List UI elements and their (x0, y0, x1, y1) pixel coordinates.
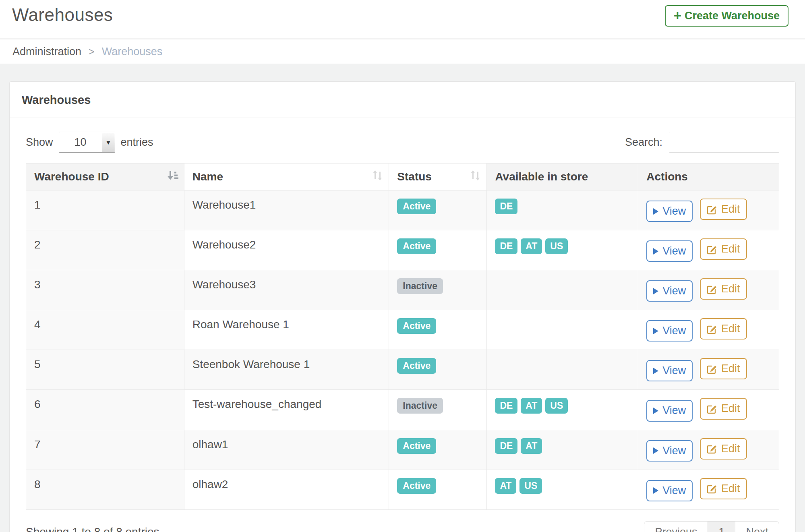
edit-button[interactable]: Edit (700, 398, 747, 419)
view-button-label: View (662, 404, 686, 418)
view-caret-icon (653, 328, 658, 334)
edit-button[interactable]: Edit (700, 318, 747, 339)
view-caret-icon (653, 208, 658, 215)
view-button[interactable]: View (646, 400, 693, 421)
cell-available-in-store: DEATUS (487, 230, 638, 270)
column-header-label: Name (192, 170, 223, 183)
cell-available-in-store (487, 350, 638, 390)
pagination-previous-button[interactable]: Previous (644, 521, 708, 532)
cell-name: Warehouse3 (184, 270, 389, 310)
search-control: Search: (625, 132, 779, 153)
cell-warehouse-id: 7 (26, 430, 184, 470)
breadcrumb-item-warehouses[interactable]: Warehouses (102, 46, 163, 58)
column-header-label: Status (397, 170, 432, 183)
table-row: 8 olhaw2 Active ATUS View Edit (26, 470, 779, 509)
view-button-label: View (662, 484, 686, 498)
view-button[interactable]: View (646, 480, 693, 501)
view-button[interactable]: View (646, 201, 693, 222)
page-length-control: Show 10 ▼ entries (26, 132, 153, 153)
column-header-label: Available in store (495, 170, 588, 183)
store-badge: DE (495, 199, 517, 214)
create-warehouse-button[interactable]: + Create Warehouse (665, 5, 788, 27)
cell-name: Steenbok Warehouse 1 (184, 350, 389, 390)
cell-actions: View Edit (638, 430, 779, 470)
edit-button[interactable]: Edit (700, 199, 747, 220)
view-caret-icon (653, 288, 658, 294)
column-header-status[interactable]: Status (389, 164, 487, 190)
view-caret-icon (653, 248, 658, 255)
view-button[interactable]: View (646, 280, 693, 302)
cell-actions: View Edit (638, 230, 779, 270)
create-warehouse-label: Create Warehouse (685, 10, 780, 22)
edit-pencil-square-icon (707, 364, 717, 374)
table-header-row: Warehouse ID Name (26, 164, 779, 190)
panel-heading: Warehouses (10, 82, 795, 118)
edit-button-label: Edit (721, 402, 740, 416)
table-row: 5 Steenbok Warehouse 1 Active View Edit (26, 350, 779, 390)
page-length-select[interactable]: 10 ▼ (59, 132, 115, 153)
store-badge: DE (495, 398, 517, 414)
cell-name: Warehouse2 (184, 230, 389, 270)
search-input[interactable] (669, 132, 779, 153)
column-header-warehouse-id[interactable]: Warehouse ID (26, 164, 184, 190)
edit-button[interactable]: Edit (700, 278, 747, 300)
cell-name: olhaw1 (184, 430, 389, 470)
store-badge: US (545, 398, 568, 414)
edit-button[interactable]: Edit (700, 478, 747, 499)
edit-button-label: Edit (721, 282, 740, 296)
status-badge: Active (397, 238, 436, 254)
edit-button[interactable]: Edit (700, 358, 747, 379)
edit-button-label: Edit (721, 362, 740, 376)
cell-name: Warehouse1 (184, 190, 389, 230)
entries-label: entries (121, 136, 153, 149)
cell-warehouse-id: 3 (26, 270, 184, 310)
cell-status: Active (389, 310, 487, 350)
view-caret-icon (653, 447, 658, 454)
cell-status: Inactive (389, 270, 487, 310)
column-header-name[interactable]: Name (184, 164, 389, 190)
warehouses-panel: Warehouses Show 10 ▼ entries Search: (9, 81, 796, 532)
edit-button[interactable]: Edit (700, 438, 747, 460)
cell-status: Active (389, 350, 487, 390)
table-row: 7 olhaw1 Active DEAT View Edit (26, 430, 779, 470)
cell-name: olhaw2 (184, 470, 389, 509)
edit-pencil-square-icon (707, 244, 717, 255)
edit-pencil-square-icon (707, 284, 717, 294)
view-button-label: View (662, 244, 686, 258)
status-badge: Inactive (397, 278, 443, 294)
edit-pencil-square-icon (707, 443, 717, 454)
sort-amount-asc-icon (167, 170, 178, 184)
search-label: Search: (625, 136, 662, 149)
view-button[interactable]: View (646, 240, 693, 262)
cell-available-in-store: DEAT (487, 430, 638, 470)
view-button[interactable]: View (646, 360, 693, 381)
store-badge: AT (521, 398, 542, 414)
showing-entries-info: Showing 1 to 8 of 8 entries (26, 526, 159, 532)
cell-name: Test-warehouse_changed (184, 390, 389, 430)
view-button-label: View (662, 204, 686, 218)
view-button[interactable]: View (646, 440, 693, 462)
table-controls: Show 10 ▼ entries Search: (26, 132, 779, 153)
pagination-page-1-button[interactable]: 1 (708, 521, 735, 532)
cell-available-in-store: ATUS (487, 470, 638, 509)
table-row: 3 Warehouse3 Inactive View Edit (26, 270, 779, 310)
store-badge: US (519, 478, 542, 494)
view-button[interactable]: View (646, 320, 693, 342)
pagination-next-button[interactable]: Next (735, 521, 779, 532)
warehouses-table: Warehouse ID Name (26, 163, 779, 510)
cell-actions: View Edit (638, 350, 779, 390)
cell-status: Active (389, 190, 487, 230)
cell-status: Active (389, 230, 487, 270)
status-badge: Active (397, 478, 436, 494)
breadcrumb-separator-icon: > (89, 46, 95, 58)
page-length-value: 10 (59, 132, 102, 152)
page-content: Warehouses Show 10 ▼ entries Search: (0, 64, 805, 532)
column-header-actions: Actions (638, 164, 779, 190)
cell-actions: View Edit (638, 190, 779, 230)
edit-button[interactable]: Edit (700, 238, 747, 260)
breadcrumb-item-administration[interactable]: Administration (12, 46, 81, 58)
edit-pencil-square-icon (707, 204, 717, 215)
cell-status: Active (389, 430, 487, 470)
cell-actions: View Edit (638, 390, 779, 430)
edit-pencil-square-icon (707, 483, 717, 494)
